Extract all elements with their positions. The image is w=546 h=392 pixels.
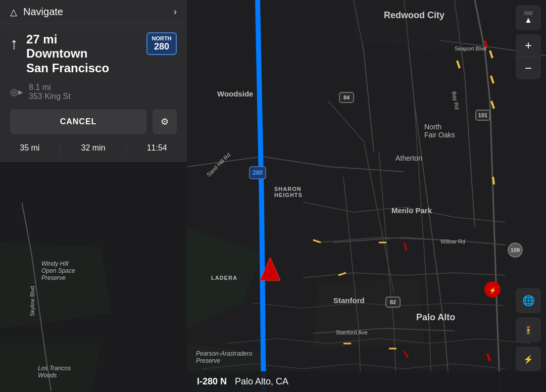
navigate-label: Navigate	[23, 6, 63, 18]
bottom-right-controls: 🌐 🚦 ⚡	[516, 288, 541, 372]
stat-arrival: 11:54	[147, 143, 167, 155]
globe-icon: 🌐	[522, 295, 535, 307]
waypoint-address: 353 King St	[29, 92, 71, 101]
bottom-bar: I-280 N Palo Alto, CA	[187, 371, 546, 392]
waypoint-row: ◎▸ 8.1 mi 353 King St	[10, 83, 177, 101]
road-name: I-280 N	[197, 376, 227, 387]
zoom-group: + −	[516, 34, 541, 79]
direction-arrow: ↑	[10, 34, 18, 53]
traffic-icon: 🚦	[523, 325, 533, 335]
distance-value: 27 mi	[26, 32, 109, 46]
zoom-in-button[interactable]: +	[516, 34, 541, 57]
stat-total-distance: 35 mi	[20, 143, 39, 155]
badge-number: 280	[154, 41, 169, 52]
highway-101-label: 101	[476, 110, 490, 120]
cancel-button[interactable]: CANCEL	[10, 109, 146, 134]
zoom-out-button[interactable]: −	[516, 57, 541, 79]
stats-row: 35 mi | 32 min | 11:54	[10, 141, 177, 155]
compass-button[interactable]: NW ▲	[516, 5, 541, 30]
navigate-icon: △	[10, 7, 17, 18]
svg-text:⚡: ⚡	[489, 286, 497, 294]
left-panel: △ Navigate › ↑ 27 mi Downtown San Franci…	[0, 0, 187, 162]
highway-84-label: 84	[339, 92, 354, 103]
route-info: ↑ 27 mi Downtown San Francisco NORTH 280…	[0, 24, 187, 162]
compass-arrow: ▲	[524, 16, 532, 24]
highway-82-label: 82	[386, 297, 400, 307]
navigate-bar[interactable]: △ Navigate ›	[0, 0, 187, 24]
badge-direction: NORTH	[152, 35, 171, 41]
svg-line-5	[493, 177, 494, 184]
lightning-icon: ⚡	[523, 355, 533, 364]
waypoint-icon: ◎▸	[10, 86, 23, 97]
lightning-button[interactable]: ⚡	[516, 347, 541, 372]
buttons-row: CANCEL ⚙	[10, 109, 177, 134]
settings-button[interactable]: ⚙	[153, 109, 177, 134]
globe-button[interactable]: 🌐	[516, 288, 541, 313]
route-badge: NORTH 280	[146, 32, 177, 55]
navigate-chevron[interactable]: ›	[174, 7, 177, 17]
waypoint-distance: 8.1 mi	[29, 83, 71, 92]
settings-icon: ⚙	[161, 116, 169, 127]
location-name: Palo Alto, CA	[235, 376, 288, 387]
stat-duration: 32 min	[81, 143, 106, 155]
destination-name: Downtown San Francisco	[26, 46, 109, 76]
highway-109-label: 109	[508, 243, 522, 257]
highway-280-label: 280	[250, 167, 266, 179]
right-controls: NW ▲ + −	[516, 5, 541, 79]
traffic-button[interactable]: 🚦	[516, 317, 541, 342]
